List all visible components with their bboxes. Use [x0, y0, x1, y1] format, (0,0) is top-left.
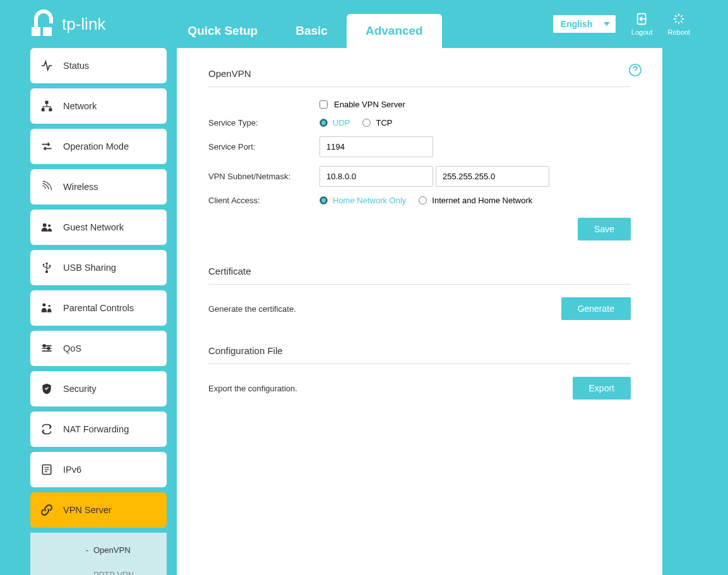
- network-icon: [40, 100, 53, 112]
- service-type-label: Service Type:: [208, 118, 319, 127]
- svg-point-9: [45, 271, 48, 273]
- reboot-button[interactable]: Reboot: [668, 12, 690, 36]
- sidebar-item-wireless[interactable]: Wireless: [30, 169, 167, 205]
- ipv6-icon: [40, 463, 53, 476]
- config-file-desc: Export the configuration.: [208, 384, 297, 393]
- sidebar-item-parental[interactable]: Parental Controls: [30, 290, 167, 326]
- save-button[interactable]: Save: [578, 218, 631, 240]
- help-button[interactable]: [628, 63, 642, 80]
- sidebar-item-security[interactable]: Security: [30, 371, 167, 406]
- config-file-section-title: Configuration File: [208, 345, 631, 364]
- nat-icon: [40, 423, 53, 436]
- internet-home-label: Internet and Home Network: [432, 196, 532, 205]
- svg-rect-3: [49, 108, 52, 111]
- users-icon: [40, 221, 53, 234]
- tab-basic[interactable]: Basic: [277, 14, 347, 48]
- client-access-label: Client Access:: [208, 196, 319, 205]
- sidebar-submenu: OpenVPN PPTP VPN VPN Connections: [30, 533, 167, 575]
- export-button[interactable]: Export: [573, 377, 631, 400]
- service-type-tcp-radio[interactable]: [362, 119, 371, 127]
- service-type-udp-radio[interactable]: [319, 119, 328, 127]
- sidebar-item-qos[interactable]: QoS: [30, 331, 167, 366]
- netmask-input[interactable]: [436, 166, 549, 187]
- link-icon: [40, 504, 53, 516]
- sidebar-item-status[interactable]: Status: [30, 48, 167, 83]
- sidebar: Status Network Operation Mode Wireless G…: [30, 48, 167, 575]
- sidebar-item-ipv6[interactable]: IPv6: [30, 452, 167, 487]
- generate-button[interactable]: Generate: [561, 297, 631, 320]
- svg-point-11: [49, 305, 51, 307]
- svg-rect-12: [44, 345, 45, 347]
- tab-advanced[interactable]: Advanced: [347, 14, 442, 48]
- tab-quick-setup[interactable]: Quick Setup: [169, 14, 277, 48]
- sidebar-item-operation-mode[interactable]: Operation Mode: [30, 129, 167, 164]
- sidebar-item-usb-sharing[interactable]: USB Sharing: [30, 250, 167, 285]
- openvpn-section-title: OpenVPN: [208, 68, 631, 87]
- svg-rect-8: [49, 265, 51, 267]
- parental-icon: [40, 302, 53, 314]
- subnet-label: VPN Subnet/Netmask:: [208, 172, 319, 181]
- enable-vpn-label: Enable VPN Server: [334, 100, 405, 109]
- qos-icon: [40, 342, 53, 355]
- certificate-section-title: Certificate: [208, 266, 631, 285]
- svg-point-5: [48, 224, 51, 227]
- svg-rect-2: [42, 108, 45, 111]
- home-only-label: Home Network Only: [333, 196, 406, 205]
- activity-icon: [40, 59, 53, 72]
- sidebar-item-vpn[interactable]: VPN Server: [30, 492, 167, 528]
- logo: tp-link: [30, 8, 105, 40]
- udp-label: UDP: [333, 118, 350, 127]
- service-port-input[interactable]: [319, 136, 433, 157]
- usb-icon: [40, 261, 53, 274]
- brand-text: tp-link: [62, 15, 105, 34]
- client-access-internet-radio[interactable]: [419, 196, 427, 205]
- subnet-input[interactable]: [319, 166, 433, 187]
- client-access-home-radio[interactable]: [319, 196, 328, 205]
- svg-point-7: [43, 264, 45, 266]
- certificate-desc: Generate the certificate.: [208, 304, 296, 314]
- sidebar-item-network[interactable]: Network: [30, 88, 167, 124]
- svg-rect-1: [45, 101, 49, 104]
- language-select[interactable]: English: [552, 15, 616, 33]
- enable-vpn-checkbox[interactable]: [319, 100, 328, 109]
- logout-label: Logout: [631, 28, 653, 36]
- wifi-icon: [40, 181, 53, 193]
- content-panel: OpenVPN Enable VPN Server Service Type: …: [177, 48, 662, 575]
- sidebar-item-guest-network[interactable]: Guest Network: [30, 210, 167, 245]
- svg-rect-13: [48, 347, 50, 349]
- svg-point-4: [43, 223, 47, 227]
- swap-icon: [40, 140, 53, 153]
- shield-icon: [40, 382, 53, 395]
- sidebar-item-nat[interactable]: NAT Forwarding: [30, 412, 167, 447]
- logout-button[interactable]: Logout: [631, 12, 653, 36]
- svg-point-10: [42, 304, 45, 307]
- reboot-label: Reboot: [668, 28, 690, 36]
- service-port-label: Service Port:: [208, 142, 319, 151]
- sidebar-sub-openvpn[interactable]: OpenVPN: [30, 538, 167, 562]
- sidebar-sub-pptp[interactable]: PPTP VPN: [30, 562, 167, 575]
- svg-point-6: [45, 263, 47, 264]
- tcp-label: TCP: [376, 118, 392, 127]
